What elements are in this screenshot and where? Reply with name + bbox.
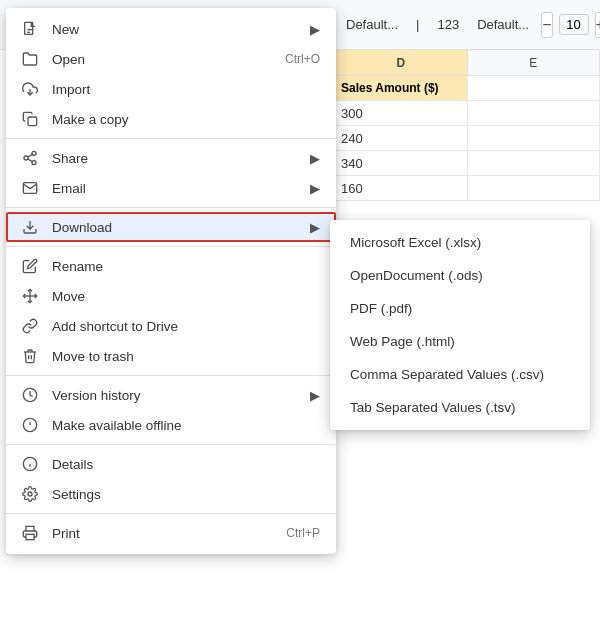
menu-item-trash[interactable]: Move to trash [6,341,336,371]
menu-label-move: Move [52,289,320,304]
rename-icon [18,258,42,274]
shortcut-icon [18,318,42,334]
print-icon [18,525,42,541]
table-row: 240 [335,126,600,151]
submenu-item-tsv[interactable]: Tab Separated Values (.tsv) [330,391,590,424]
cell-d-1: 300 [335,101,468,125]
column-headers: D E [335,50,600,76]
menu-item-download[interactable]: Download ▶ [6,212,336,242]
svg-rect-4 [28,117,37,126]
submenu-item-pdf[interactable]: PDF (.pdf) [330,292,590,325]
menu-item-rename[interactable]: Rename [6,251,336,281]
new-doc-icon [18,21,42,37]
menu-divider-3 [6,246,336,247]
menu-item-make-copy[interactable]: Make a copy [6,104,336,134]
menu-label-download: Download [52,220,310,235]
menu-divider-6 [6,513,336,514]
menu-label-trash: Move to trash [52,349,320,364]
cell-e-3 [468,151,601,175]
new-arrow-icon: ▶ [310,22,320,37]
font-selector[interactable]: Default... [340,15,404,34]
menu-label-offline: Make available offline [52,418,320,433]
download-icon [18,219,42,235]
decrease-font-button[interactable]: − [541,12,552,38]
submenu-item-xlsx[interactable]: Microsoft Excel (.xlsx) [330,226,590,259]
svg-line-9 [28,154,33,157]
trash-icon [18,348,42,364]
menu-divider-1 [6,138,336,139]
menu-item-share[interactable]: Share ▶ [6,143,336,173]
cell-d-3: 340 [335,151,468,175]
menu-item-offline[interactable]: Make available offline [6,410,336,440]
email-arrow-icon: ▶ [310,181,320,196]
menu-label-rename: Rename [52,259,320,274]
menu-label-make-copy: Make a copy [52,112,320,127]
import-icon [18,81,42,97]
menu-item-settings[interactable]: Settings [6,479,336,509]
menu-label-version-history: Version history [52,388,310,403]
svg-line-8 [28,159,33,162]
cell-d-header: Sales Amount ($) [335,76,468,100]
open-icon [18,51,42,67]
share-icon [18,150,42,166]
cell-d-4: 160 [335,176,468,200]
menu-item-print[interactable]: Print Ctrl+P [6,518,336,548]
file-menu: New ▶ Open Ctrl+O Import Make a copy Sha… [6,8,336,554]
move-icon [18,288,42,304]
history-icon [18,387,42,403]
submenu-item-html[interactable]: Web Page (.html) [330,325,590,358]
svg-point-20 [28,492,32,496]
cell-e-2 [468,126,601,150]
copy-icon [18,111,42,127]
submenu-item-csv[interactable]: Comma Separated Values (.csv) [330,358,590,391]
share-arrow-icon: ▶ [310,151,320,166]
settings-icon [18,486,42,502]
menu-label-import: Import [52,82,320,97]
download-submenu: Microsoft Excel (.xlsx) OpenDocument (.o… [330,220,590,430]
menu-label-settings: Settings [52,487,320,502]
menu-item-version-history[interactable]: Version history ▶ [6,380,336,410]
table-row: Sales Amount ($) [335,76,600,101]
col-header-e: E [468,50,601,75]
sheet-rows: Sales Amount ($) 300 240 340 160 [335,76,600,201]
menu-label-details: Details [52,457,320,472]
font-size-display: | [410,15,425,34]
cell-d-2: 240 [335,126,468,150]
menu-divider-4 [6,375,336,376]
menu-item-details[interactable]: Details [6,449,336,479]
details-icon [18,456,42,472]
zoom-level: 123 [431,15,465,34]
submenu-item-ods[interactable]: OpenDocument (.ods) [330,259,590,292]
font-size-value[interactable]: 10 [559,14,589,35]
col-header-d: D [335,50,468,75]
menu-label-share: Share [52,151,310,166]
svg-point-7 [32,161,36,165]
cell-e-4 [468,176,601,200]
menu-label-add-shortcut: Add shortcut to Drive [52,319,320,334]
menu-item-move[interactable]: Move [6,281,336,311]
menu-label-open: Open [52,52,285,67]
table-row: 160 [335,176,600,201]
menu-label-new: New [52,22,310,37]
font-family-dropdown[interactable]: Default... [471,15,535,34]
cell-e-header [468,76,601,100]
menu-item-add-shortcut[interactable]: Add shortcut to Drive [6,311,336,341]
menu-divider-5 [6,444,336,445]
download-arrow-icon: ▶ [310,220,320,235]
history-arrow-icon: ▶ [310,388,320,403]
menu-item-new[interactable]: New ▶ [6,14,336,44]
svg-rect-21 [26,534,34,539]
menu-label-print: Print [52,526,286,541]
print-shortcut: Ctrl+P [286,526,320,540]
increase-font-button[interactable]: + [595,12,601,38]
menu-item-email[interactable]: Email ▶ [6,173,336,203]
table-row: 340 [335,151,600,176]
menu-item-import[interactable]: Import [6,74,336,104]
email-icon [18,180,42,196]
menu-item-open[interactable]: Open Ctrl+O [6,44,336,74]
svg-point-6 [24,156,28,160]
open-shortcut: Ctrl+O [285,52,320,66]
svg-point-5 [32,151,36,155]
offline-icon [18,417,42,433]
menu-label-email: Email [52,181,310,196]
